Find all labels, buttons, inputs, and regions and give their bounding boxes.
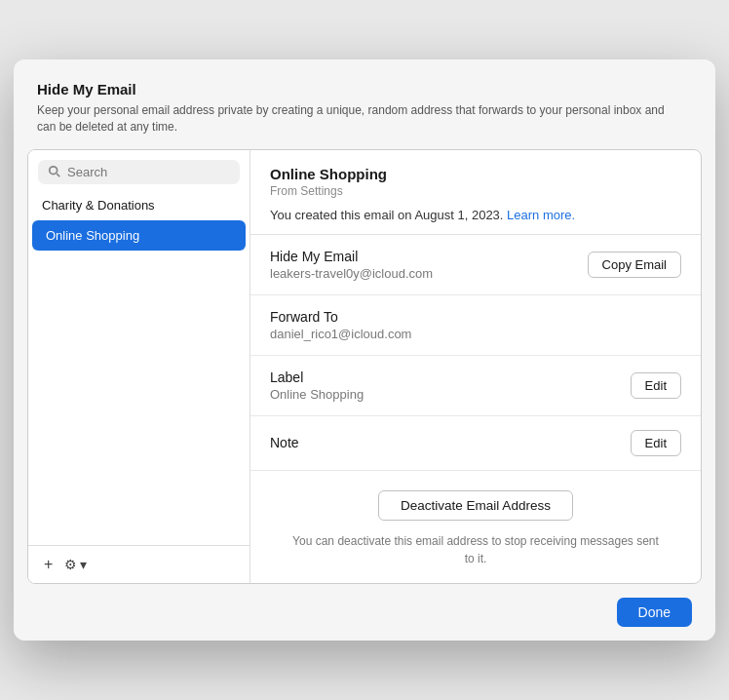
dialog-header: Hide My Email Keep your personal email a… [14,59,715,149]
deactivate-button[interactable]: Deactivate Email Address [378,490,573,521]
section-source: From Settings [270,184,681,198]
search-input[interactable] [67,165,230,179]
label-field-value: Online Shopping [270,387,364,402]
sidebar-items: Charity & Donations Online Shopping [28,190,249,545]
forward-to-value: daniel_rico1@icloud.com [270,327,411,341]
sidebar-footer: + ⚙ ▾ [28,545,249,583]
dialog-body: Charity & Donations Online Shopping + ⚙ … [27,149,702,584]
section-name: Online Shopping [270,166,681,182]
sidebar-item-online-shopping[interactable]: Online Shopping [32,220,246,251]
gear-settings-button[interactable]: ⚙ ▾ [64,557,87,572]
info-text: You created this email on August 1, 2023… [270,208,503,222]
svg-point-0 [50,167,58,175]
dialog-subtitle: Keep your personal email address private… [37,102,680,136]
hide-my-email-label: Hide My Email [270,249,433,264]
info-bar: You created this email on August 1, 2023… [250,198,701,235]
search-box[interactable] [38,160,240,184]
gear-icon: ⚙ [64,557,77,572]
label-edit-button[interactable]: Edit [631,372,681,399]
main-content: Online Shopping From Settings You create… [250,150,701,583]
done-button[interactable]: Done [617,598,692,627]
hide-my-email-row: Hide My Email leakers-travel0y@icloud.co… [250,235,701,295]
sidebar-item-charity[interactable]: Charity & Donations [28,190,249,220]
add-button[interactable]: + [40,554,57,575]
label-field-label: Label [270,369,364,385]
sidebar: Charity & Donations Online Shopping + ⚙ … [28,150,250,583]
forward-to-row: Forward To daniel_rico1@icloud.com [250,295,701,356]
hide-my-email-value: leakers-travel0y@icloud.com [270,266,433,281]
deactivate-description: You can deactivate this email address to… [290,532,661,567]
note-edit-button[interactable]: Edit [631,430,681,456]
copy-email-button[interactable]: Copy Email [588,252,681,278]
forward-to-label: Forward To [270,309,411,325]
note-label: Note [270,435,299,450]
note-row: Note Edit [250,416,701,471]
dialog: Hide My Email Keep your personal email a… [14,59,715,641]
main-section-title: Online Shopping From Settings [250,150,701,198]
search-icon [48,165,61,178]
label-row: Label Online Shopping Edit [250,356,701,416]
chevron-down-icon: ▾ [80,557,87,572]
learn-more-link[interactable]: Learn more. [507,208,575,222]
dialog-title: Hide My Email [37,81,692,97]
dialog-footer: Done [14,584,715,641]
deactivate-section: Deactivate Email Address You can deactiv… [250,471,701,583]
svg-line-1 [57,174,59,176]
